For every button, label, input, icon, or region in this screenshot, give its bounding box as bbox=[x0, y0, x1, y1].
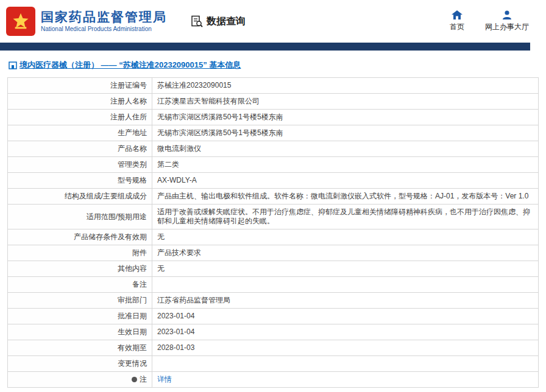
row-label: 备注 bbox=[8, 277, 152, 293]
table-row: 结构及组成/主要组成成分 产品由主机、输出电极和软件组成。软件名称：微电流刺激仪… bbox=[8, 189, 539, 205]
row-value: 2023-01-04 bbox=[152, 309, 539, 324]
row-value: 第二类 bbox=[152, 157, 539, 173]
row-label: 有效期至 bbox=[8, 340, 152, 356]
row-label: 其他内容 bbox=[8, 261, 152, 277]
row-value-note: 详情 bbox=[152, 372, 539, 388]
service-hall-nav[interactable]: 网上办事大厅 bbox=[485, 10, 529, 32]
service-hall-label: 网上办事大厅 bbox=[485, 22, 529, 32]
site-title-en: National Medical Products Administration bbox=[41, 25, 167, 33]
header-nav: 首页 网上办事大厅 bbox=[450, 10, 529, 32]
brand-text: 国家药品监督管理局 National Medical Products Admi… bbox=[41, 9, 167, 33]
detail-table: 注册证编号 苏械注准20232090015 注册人名称 江苏澳星吉天智能科技有限… bbox=[7, 77, 539, 388]
table-row: 管理类别 第二类 bbox=[8, 157, 539, 173]
row-label: 产品名称 bbox=[8, 141, 152, 157]
brand: 国家药品监督管理局 National Medical Products Admi… bbox=[6, 7, 167, 36]
table-row: 注册证编号 苏械注准20232090015 bbox=[8, 78, 539, 94]
row-label: 批准日期 bbox=[8, 309, 152, 324]
row-label: 审批部门 bbox=[8, 293, 152, 309]
data-query-label: 数据查询 bbox=[207, 15, 246, 28]
row-value: 江苏澳星吉天智能科技有限公司 bbox=[152, 94, 539, 110]
registry-icon bbox=[9, 61, 17, 69]
row-value: 适用于改善或缓解失眠症状。不用于治疗焦虑症、抑郁症及儿童相关情绪障碍精神科疾病，… bbox=[152, 205, 539, 229]
row-value: 无锡市滨湖区绣溪路50号1号楼5楼东南 bbox=[152, 110, 539, 125]
site-title-cn: 国家药品监督管理局 bbox=[41, 9, 167, 25]
table-row: 注册人名称 江苏澳星吉天智能科技有限公司 bbox=[8, 94, 539, 110]
table-row: 生效日期 2023-01-04 bbox=[8, 324, 539, 340]
table-row: 其他内容 无 bbox=[8, 261, 539, 277]
table-row: 型号规格 AX-WDLY-A bbox=[8, 173, 539, 189]
row-label: 注册人名称 bbox=[8, 94, 152, 110]
table-row: 批准日期 2023-01-04 bbox=[8, 309, 539, 324]
document-search-icon bbox=[190, 15, 204, 28]
row-label: 生产地址 bbox=[8, 125, 152, 141]
data-query-nav[interactable]: 数据查询 bbox=[190, 15, 246, 28]
row-value: 江苏省药品监督管理局 bbox=[152, 293, 539, 309]
row-label: 管理类别 bbox=[8, 157, 152, 173]
row-label: 结构及组成/主要组成成分 bbox=[8, 189, 152, 205]
row-value: 2023-01-04 bbox=[152, 324, 539, 340]
table-row: 注册人住所 无锡市滨湖区绣溪路50号1号楼5楼东南 bbox=[8, 110, 539, 125]
row-label: 注册证编号 bbox=[8, 78, 152, 94]
table-row: 适用范围/预期用途 适用于改善或缓解失眠症状。不用于治疗焦虑症、抑郁症及儿童相关… bbox=[8, 205, 539, 229]
table-row: 产品名称 微电流刺激仪 bbox=[8, 141, 539, 157]
row-value: 产品由主机、输出电极和软件组成。软件名称：微电流刺激仪嵌入式软件，型号规格：AJ… bbox=[152, 189, 539, 205]
header-divider-bar bbox=[0, 43, 530, 51]
breadcrumb: 境内医疗器械（注册） —— “苏械注准20232090015” 基本信息 bbox=[9, 60, 546, 71]
row-value: 无 bbox=[152, 261, 539, 277]
breadcrumb-text[interactable]: 境内医疗器械（注册） —— “苏械注准20232090015” 基本信息 bbox=[20, 60, 241, 71]
detail-section: 注册证编号 苏械注准20232090015 注册人名称 江苏澳星吉天智能科技有限… bbox=[7, 77, 546, 388]
home-icon bbox=[452, 10, 463, 19]
row-value: 2028-01-03 bbox=[152, 340, 539, 356]
row-label: 适用范围/预期用途 bbox=[8, 205, 152, 229]
row-label: 产品储存条件及有效期 bbox=[8, 229, 152, 245]
row-label: 附件 bbox=[8, 245, 152, 261]
table-row: 生产地址 无锡市滨湖区绣溪路50号1号楼5楼东南 bbox=[8, 125, 539, 141]
row-label: 注册人住所 bbox=[8, 110, 152, 125]
note-icon bbox=[132, 377, 137, 382]
person-icon bbox=[502, 10, 512, 19]
table-row: 产品储存条件及有效期 无 bbox=[8, 229, 539, 245]
row-value: 无 bbox=[152, 229, 539, 245]
table-row: 变更情况 bbox=[8, 356, 539, 372]
national-emblem-logo bbox=[6, 7, 35, 36]
row-value: AX-WDLY-A bbox=[152, 173, 539, 189]
page-header: 国家药品监督管理局 National Medical Products Admi… bbox=[0, 0, 546, 43]
row-value: 无锡市滨湖区绣溪路50号1号楼5楼东南 bbox=[152, 125, 539, 141]
table-row: 附件 产品技术要求 bbox=[8, 245, 539, 261]
table-row: 备注 bbox=[8, 277, 539, 293]
row-label: 变更情况 bbox=[8, 356, 152, 372]
row-label-note: 注 bbox=[8, 372, 152, 388]
home-nav[interactable]: 首页 bbox=[450, 10, 464, 32]
row-value: 微电流刺激仪 bbox=[152, 141, 539, 157]
row-value: 苏械注准20232090015 bbox=[152, 78, 539, 94]
row-value: 产品技术要求 bbox=[152, 245, 539, 261]
row-value bbox=[152, 277, 539, 293]
table-row-note: 注 详情 bbox=[8, 372, 539, 388]
row-value bbox=[152, 356, 539, 372]
detail-link[interactable]: 详情 bbox=[157, 375, 172, 383]
note-label: 注 bbox=[140, 375, 147, 383]
home-label: 首页 bbox=[450, 22, 464, 32]
row-label: 生效日期 bbox=[8, 324, 152, 340]
row-label: 型号规格 bbox=[8, 173, 152, 189]
table-row: 有效期至 2028-01-03 bbox=[8, 340, 539, 356]
gold-star-icon bbox=[11, 12, 30, 31]
table-row: 审批部门 江苏省药品监督管理局 bbox=[8, 293, 539, 309]
